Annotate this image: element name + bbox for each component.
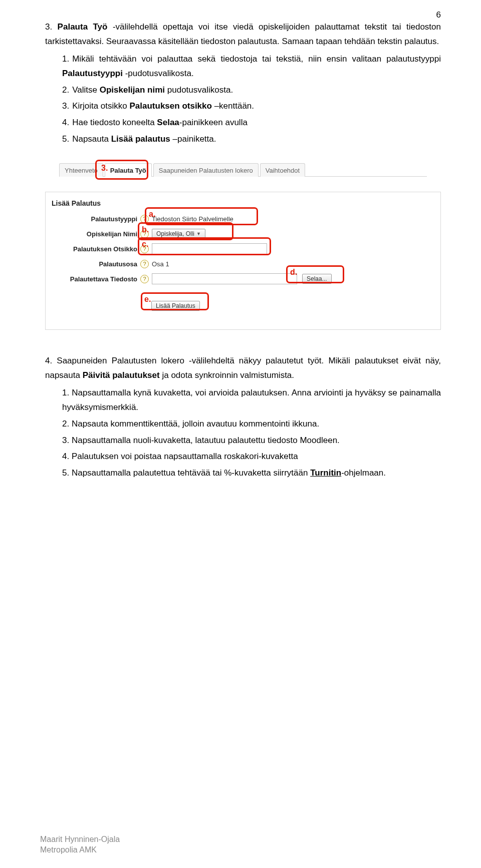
marker-b: b. [142,225,149,234]
b: Selaa [157,118,179,127]
row-file: Palautettava Tiedosto ? Selaa... [50,272,440,285]
row-part: Palautusosa ? Osa 1 [50,257,440,270]
page-number: 6 [436,10,441,20]
n: 5. [62,134,69,144]
s4-5-post: -ohjelmaan. [341,468,386,478]
section4-list: 1. Napsauttamalla kynä kuvaketta, voi ar… [45,386,441,481]
form-title: Lisää Palautus [52,199,440,207]
help-icon[interactable]: ? [140,275,149,283]
s4-item-4: 4. Palautuksen voi poistaa napsauttamall… [62,450,441,464]
row-submit: Lisää Palautus [50,299,440,312]
s3-item-1: 1.Mikäli tehtävään voi palauttaa sekä ti… [62,52,441,81]
turnitin-link[interactable]: Turnitin [310,468,341,478]
s4-5-pre: 5. Napsauttamalla palautettua tehtävää t… [62,468,310,478]
footer-org: Metropolia AMK [40,844,120,855]
n: 3. [62,101,69,111]
section3-list: 1.Mikäli tehtävään voi palauttaa sekä ti… [45,52,441,147]
embedded-screenshot: Yhteenveto Palauta Työ Saapuneiden Palau… [45,163,441,330]
t: Kirjoita otsikko [72,101,129,111]
label-student: Opiskelijan Nimi [50,230,140,238]
s4-b: Päivitä palautukset [83,370,160,380]
highlight-c [138,237,271,255]
b: Palautuksen otsikko [130,101,212,111]
s3-item-4: 4.Hae tiedosto koneelta Selaa-painikkeen… [62,116,441,130]
p: –painiketta. [170,134,216,144]
t: Hae tiedosto koneelta [72,118,157,127]
s4-item-5: 5. Napsauttamalla palautettua tehtävää t… [62,466,441,481]
label-type: Palautustyyppi [50,215,140,223]
t: Napsauta [72,134,111,144]
s3-b1: Palauta Työ [58,22,108,32]
n: 1. [62,54,69,64]
marker-c: c. [142,240,148,249]
footer: Maarit Hynninen-Ojala Metropolia AMK [40,834,120,855]
s3-item-3: 3.Kirjoita otsikko Palautuksen otsikko –… [62,99,441,114]
marker-3: 3. [101,164,108,173]
t: Mikäli tehtävään voi palauttaa sekä tied… [72,54,441,64]
file-input[interactable] [152,273,297,284]
b: Lisää palautus [111,134,170,144]
t: Valitse [72,85,100,95]
value-part: Osa 1 [152,260,169,268]
label-file: Palautettava Tiedosto [50,275,140,283]
marker-d: d. [290,268,297,277]
s4-item-3: 3. Napsauttamalla nuoli-kuvaketta, latau… [62,433,441,448]
help-icon[interactable]: ? [140,260,149,268]
section4-intro: 4. Saapuneiden Palautusten lokero -välil… [45,354,441,383]
n: 4. [62,118,69,127]
marker-e: e. [144,295,151,304]
tabs: Yhteenveto Palauta Työ Saapuneiden Palau… [59,163,427,177]
tab-inbox[interactable]: Saapuneiden Palautusten lokero [153,163,259,177]
s3-item-2: 2.Valitse Opiskelijan nimi pudotusvaliko… [62,83,441,98]
s4-post: ja odota synkroinnin valmistumista. [160,370,294,380]
p: -painikkeen avulla [179,118,248,127]
n: 2. [62,85,69,95]
tab-options[interactable]: Vaihtoehdot [260,163,305,177]
b: Opiskelijan nimi [100,85,165,95]
p: -pudotusvalikosta. [123,69,194,78]
form: Lisää Palautus Palautustyyppi ? Tiedosto… [45,192,441,330]
s3-item-5: 5.Napsauta Lisää palautus –painiketta. [62,132,441,147]
s4-item-2: 2. Napsauta kommenttikenttää, jolloin av… [62,417,441,431]
b: Palautustyyppi [62,69,123,78]
p: pudotusvalikosta. [165,85,233,95]
s4-item-1: 1. Napsauttamalla kynä kuvaketta, voi ar… [62,386,441,415]
footer-author: Maarit Hynninen-Ojala [40,834,120,845]
label-title: Palautuksen Otsikko [50,245,140,253]
p: –kenttään. [212,101,254,111]
label-part: Palautusosa [50,260,140,268]
section3-intro: 3. Palauta Työ -välilehdellä opettaja vo… [45,20,441,49]
marker-a: a. [149,210,155,219]
highlight-e [141,292,209,310]
s3-num: 3. [45,22,58,32]
